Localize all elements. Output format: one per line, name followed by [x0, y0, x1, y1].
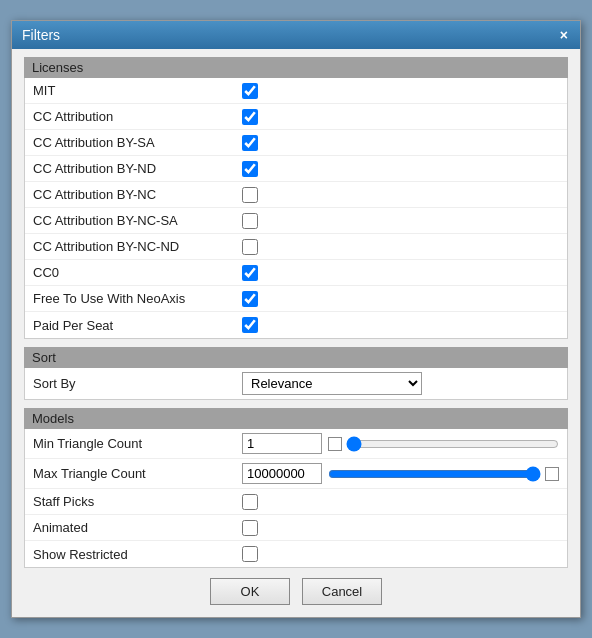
list-item: CC0: [25, 260, 567, 286]
min-triangle-row: Min Triangle Count: [25, 429, 567, 459]
max-triangle-slider-container: [328, 464, 559, 484]
staff-picks-control: [242, 494, 559, 510]
cc-by-sa-control: [242, 135, 559, 151]
models-header: Models: [24, 408, 568, 429]
dialog-title: Filters: [22, 27, 60, 43]
close-button[interactable]: ×: [558, 28, 570, 42]
list-item: CC Attribution BY-NC-SA: [25, 208, 567, 234]
cc-by-nc-label: CC Attribution BY-NC: [33, 187, 233, 202]
models-section: Models Min Triangle Count Max Triangle C…: [24, 408, 568, 568]
show-restricted-checkbox[interactable]: [242, 546, 258, 562]
min-triangle-label: Min Triangle Count: [33, 436, 233, 451]
show-restricted-control: [242, 546, 559, 562]
button-row: OK Cancel: [24, 578, 568, 605]
list-item: MIT: [25, 78, 567, 104]
cc-by-nc-sa-label: CC Attribution BY-NC-SA: [33, 213, 233, 228]
animated-control: [242, 520, 559, 536]
cc-by-sa-label: CC Attribution BY-SA: [33, 135, 233, 150]
cc-by-nd-checkbox[interactable]: [242, 161, 258, 177]
animated-label: Animated: [33, 520, 233, 535]
cc-by-nc-sa-checkbox[interactable]: [242, 213, 258, 229]
free-neoaxis-label: Free To Use With NeoAxis: [33, 291, 233, 306]
cc0-checkbox[interactable]: [242, 265, 258, 281]
list-item: Free To Use With NeoAxis: [25, 286, 567, 312]
list-item: CC Attribution BY-NC: [25, 182, 567, 208]
list-item: CC Attribution BY-NC-ND: [25, 234, 567, 260]
staff-picks-label: Staff Picks: [33, 494, 233, 509]
cancel-button[interactable]: Cancel: [302, 578, 382, 605]
sort-by-label: Sort By: [33, 376, 233, 391]
cc-by-nc-checkbox[interactable]: [242, 187, 258, 203]
cc0-label: CC0: [33, 265, 233, 280]
cc-by-nd-control: [242, 161, 559, 177]
cc-by-sa-checkbox[interactable]: [242, 135, 258, 151]
paid-per-seat-checkbox[interactable]: [242, 317, 258, 333]
sort-by-select[interactable]: Relevance Newest Oldest Name A-Z Name Z-…: [242, 372, 422, 395]
staff-picks-row: Staff Picks: [25, 489, 567, 515]
cc-by-nd-label: CC Attribution BY-ND: [33, 161, 233, 176]
cc-by-nc-nd-label: CC Attribution BY-NC-ND: [33, 239, 233, 254]
sort-section: Sort Sort By Relevance Newest Oldest Nam…: [24, 347, 568, 400]
cc-by-nc-nd-control: [242, 239, 559, 255]
max-triangle-row: Max Triangle Count: [25, 459, 567, 489]
dialog-content: Licenses MIT CC Attribution: [12, 49, 580, 617]
cc-attribution-checkbox[interactable]: [242, 109, 258, 125]
mit-label: MIT: [33, 83, 233, 98]
paid-per-seat-label: Paid Per Seat: [33, 318, 233, 333]
list-item: CC Attribution BY-SA: [25, 130, 567, 156]
mit-control: [242, 83, 559, 99]
show-restricted-label: Show Restricted: [33, 547, 233, 562]
max-triangle-input[interactable]: [242, 463, 322, 484]
min-triangle-slider-container: [328, 434, 559, 454]
sort-by-row: Sort By Relevance Newest Oldest Name A-Z…: [25, 368, 567, 399]
sort-header: Sort: [24, 347, 568, 368]
min-triangle-input[interactable]: [242, 433, 322, 454]
cc-by-nc-control: [242, 187, 559, 203]
max-triangle-label: Max Triangle Count: [33, 466, 233, 481]
title-bar: Filters ×: [12, 21, 580, 49]
max-triangle-slider[interactable]: [328, 464, 541, 484]
sort-body: Sort By Relevance Newest Oldest Name A-Z…: [24, 368, 568, 400]
free-neoaxis-control: [242, 291, 559, 307]
cc-attribution-label: CC Attribution: [33, 109, 233, 124]
free-neoaxis-checkbox[interactable]: [242, 291, 258, 307]
min-triangle-slider[interactable]: [346, 434, 559, 454]
show-restricted-row: Show Restricted: [25, 541, 567, 567]
list-item: CC Attribution: [25, 104, 567, 130]
cc-by-nc-nd-checkbox[interactable]: [242, 239, 258, 255]
min-triangle-control: [242, 433, 559, 454]
cc-attribution-control: [242, 109, 559, 125]
list-item: Paid Per Seat: [25, 312, 567, 338]
max-triangle-control: [242, 463, 559, 484]
cc-by-nc-sa-control: [242, 213, 559, 229]
licenses-section: Licenses MIT CC Attribution: [24, 57, 568, 339]
animated-row: Animated: [25, 515, 567, 541]
licenses-body: MIT CC Attribution CC Attribution BY-SA: [24, 78, 568, 339]
ok-button[interactable]: OK: [210, 578, 290, 605]
staff-picks-checkbox[interactable]: [242, 494, 258, 510]
models-body: Min Triangle Count Max Triangle Count: [24, 429, 568, 568]
sort-by-control: Relevance Newest Oldest Name A-Z Name Z-…: [242, 372, 559, 395]
animated-checkbox[interactable]: [242, 520, 258, 536]
filters-dialog: Filters × Licenses MIT CC Attribution: [11, 20, 581, 618]
mit-checkbox[interactable]: [242, 83, 258, 99]
slider-end-box: [545, 467, 559, 481]
slider-start-box: [328, 437, 342, 451]
paid-per-seat-control: [242, 317, 559, 333]
licenses-header: Licenses: [24, 57, 568, 78]
cc0-control: [242, 265, 559, 281]
list-item: CC Attribution BY-ND: [25, 156, 567, 182]
